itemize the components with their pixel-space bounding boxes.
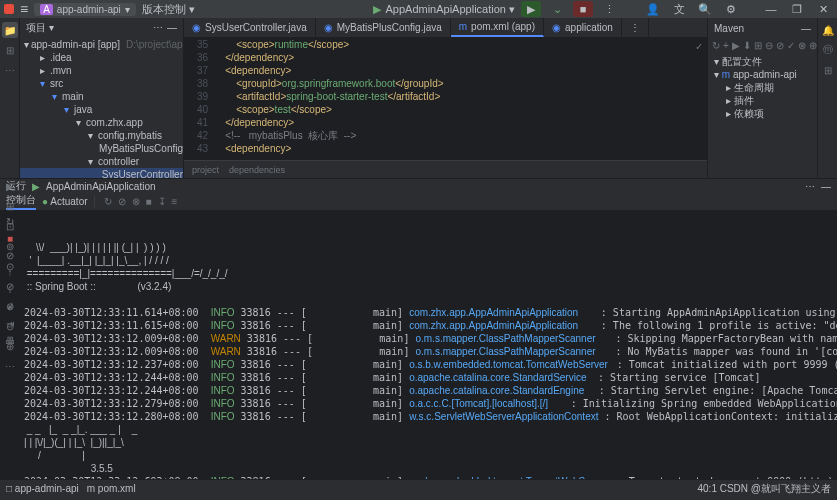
editor-breadcrumb[interactable]: projectdependencies	[184, 160, 707, 178]
maven-header[interactable]: Maven—	[708, 18, 817, 38]
main-menu-icon[interactable]: ≡	[20, 1, 28, 17]
more-icon[interactable]: ⋯	[805, 181, 815, 192]
console-toolbar-icon[interactable]: ⊗	[132, 196, 140, 207]
code-with-me-icon[interactable]: 👤	[643, 1, 663, 17]
left-lower-tool-strip: ▶⊞⊡⊚⊙⊘⊗⊖⊕⋯	[0, 178, 20, 374]
vcs-menu[interactable]: 版本控制 ▾	[142, 2, 195, 17]
toolbar-icon[interactable]: ⊖	[2, 318, 18, 334]
left-tool-strip: 📁⊞⋯	[0, 18, 20, 178]
breadcrumb-item[interactable]: dependencies	[229, 165, 285, 175]
toolbar-icon[interactable]: ⊞	[2, 198, 18, 214]
console-toolbar-icon[interactable]: ↧	[158, 196, 166, 207]
close-icon[interactable]: ✕	[813, 1, 833, 17]
tree-row[interactable]: ▾main	[20, 90, 183, 103]
tree-row[interactable]: ▸.idea	[20, 51, 183, 64]
run-header: 运行 ▶ AppAdminApiApplication ⋯ —	[0, 179, 837, 193]
maven-toolbar-icon[interactable]: ▶	[732, 40, 740, 51]
status-right: 40:1 CSDN @就叫飞翔主义者	[697, 482, 831, 496]
maven-toolbar-icon[interactable]: +	[723, 40, 729, 51]
restore-icon[interactable]: ❐	[787, 1, 807, 17]
editor-tab[interactable]: ◉SysUserController.java	[184, 18, 316, 37]
maven-toolbar-icon[interactable]: ⊗	[798, 40, 806, 51]
console-toolbar-icon[interactable]: ≡	[172, 196, 178, 207]
toolbar-icon[interactable]: 📁	[2, 22, 18, 38]
toolbar-icon[interactable]: 🔔	[820, 22, 836, 38]
breadcrumb-item[interactable]: project	[192, 165, 219, 175]
editor-area: ◉SysUserController.java◉MyBatisPlusConfi…	[184, 18, 707, 178]
maven-toolbar-icon[interactable]: ⊞	[754, 40, 762, 51]
tree-row[interactable]: ▾controller	[20, 155, 183, 168]
maven-toolbar-icon[interactable]: ⊖	[765, 40, 773, 51]
hide-icon[interactable]: —	[821, 181, 831, 192]
toolbar-icon[interactable]: ⊗	[2, 298, 18, 314]
tree-row[interactable]: ▾config.mybatis	[20, 129, 183, 142]
toolbar-icon[interactable]: ⋯	[2, 62, 18, 78]
maven-toolbar-icon[interactable]: ⊘	[776, 40, 784, 51]
toolbar-icon[interactable]: ⊞	[2, 42, 18, 58]
translate-icon[interactable]: 文	[669, 1, 689, 17]
tabs-more[interactable]: ⋮	[622, 18, 649, 37]
tree-row[interactable]: ▾java	[20, 103, 183, 116]
tree-row[interactable]: MyBatisPlusConfig	[20, 142, 183, 155]
maven-tree-row[interactable]: ▸ 依赖项	[710, 107, 815, 120]
maven-toolbar-icon[interactable]: ⬇	[743, 40, 751, 51]
title-bar: ≡ Aapp-admin-api▾ 版本控制 ▾ ▶AppAdminApiApp…	[0, 0, 837, 18]
search-icon[interactable]: 🔍	[695, 1, 715, 17]
editor-tab[interactable]: m pom.xml (app)	[451, 18, 544, 37]
status-item[interactable]: m pom.xml	[87, 483, 136, 494]
actuator-tab[interactable]: ● Actuator	[42, 196, 88, 207]
reader-mode-icon[interactable]: ✓	[695, 40, 703, 53]
project-selector[interactable]: Aapp-admin-api▾	[34, 3, 136, 16]
tree-row[interactable]: SysUserController	[20, 168, 183, 178]
maven-tree[interactable]: ▾ 配置文件▾ m app-admin-api▸ 生命周期▸ 插件▸ 依赖项	[708, 53, 817, 122]
maven-tree-row[interactable]: ▸ 生命周期	[710, 81, 815, 94]
editor-tab[interactable]: ◉MyBatisPlusConfig.java	[316, 18, 451, 37]
run-icon[interactable]: ▶	[32, 181, 40, 192]
console-toolbar-icon[interactable]: ■	[146, 196, 152, 207]
more-actions-icon[interactable]: ⋮	[599, 1, 619, 17]
console-toolbar-icon[interactable]: ⊘	[118, 196, 126, 207]
project-panel: 项目 ▾⋯— ▾app-admin-api [app]D:\project\ap…	[20, 18, 184, 178]
maven-tree-row[interactable]: ▸ 插件	[710, 94, 815, 107]
tree-row[interactable]: ▾src	[20, 77, 183, 90]
maven-toolbar-icon[interactable]: ⊕	[809, 40, 817, 51]
toolbar-icon[interactable]: ⊙	[2, 258, 18, 274]
right-tool-strip: 🔔ⓜ⊞	[817, 18, 837, 178]
maven-tree-row[interactable]: ▾ m app-admin-api	[710, 68, 815, 81]
project-badge: A	[40, 4, 53, 15]
run-button[interactable]: ▶	[521, 1, 541, 17]
status-item[interactable]: □ app-admin-api	[6, 483, 79, 494]
editor-tabs: ◉SysUserController.java◉MyBatisPlusConfi…	[184, 18, 707, 38]
maven-tree-row[interactable]: ▾ 配置文件	[710, 55, 815, 68]
toolbar-icon[interactable]: ▶	[2, 178, 18, 194]
editor-tab[interactable]: ◉application	[544, 18, 622, 37]
toolbar-icon[interactable]: ⊕	[2, 338, 18, 354]
toolbar-icon[interactable]: ⓜ	[820, 42, 836, 58]
tree-row[interactable]: ▾com.zhx.app	[20, 116, 183, 129]
code-editor[interactable]: 35 36 37 38 39 40 41 42 43 <scope>runtim…	[184, 38, 707, 160]
settings-icon[interactable]: ⚙	[721, 1, 741, 17]
project-panel-header[interactable]: 项目 ▾⋯—	[20, 18, 183, 38]
toolbar-icon[interactable]: ⊞	[820, 62, 836, 78]
stop-button[interactable]: ■	[573, 1, 593, 17]
toolbar-icon[interactable]: ⊚	[2, 238, 18, 254]
console-toolbar-icon[interactable]: ↻	[104, 196, 112, 207]
debug-button[interactable]: ⌄	[547, 1, 567, 17]
project-tree[interactable]: ▾app-admin-api [app]D:\project\app▸.idea…	[20, 38, 183, 178]
toolbar-icon[interactable]: ⋯	[2, 358, 18, 374]
run-config-name[interactable]: AppAdminApiApplication	[46, 181, 156, 192]
run-config-selector[interactable]: ▶AppAdminApiApplication ▾	[373, 3, 515, 16]
tree-row[interactable]: ▸.mvn	[20, 64, 183, 77]
toolbar-icon[interactable]: ⊘	[2, 278, 18, 294]
maven-toolbar-icon[interactable]: ↻	[712, 40, 720, 51]
tree-row[interactable]: ▾app-admin-api [app]D:\project\app	[20, 38, 183, 51]
run-icon: ▶	[373, 3, 381, 16]
more-icon[interactable]: ⋯	[153, 22, 163, 33]
status-bar: □ app-admin-apim pom.xml 40:1 CSDN @就叫飞翔…	[0, 479, 837, 497]
toolbar-icon[interactable]: ⊡	[2, 218, 18, 234]
maven-toolbar-icon[interactable]: ✓	[787, 40, 795, 51]
hide-icon[interactable]: —	[167, 22, 177, 33]
hide-icon[interactable]: —	[801, 23, 811, 34]
minimize-icon[interactable]: —	[761, 1, 781, 17]
console-output[interactable]: ↻ ■ ⊘ ↑ ↓ ↲ ⇥ 🖶 \\/ ___)| |_)| | | | | |…	[0, 211, 837, 479]
